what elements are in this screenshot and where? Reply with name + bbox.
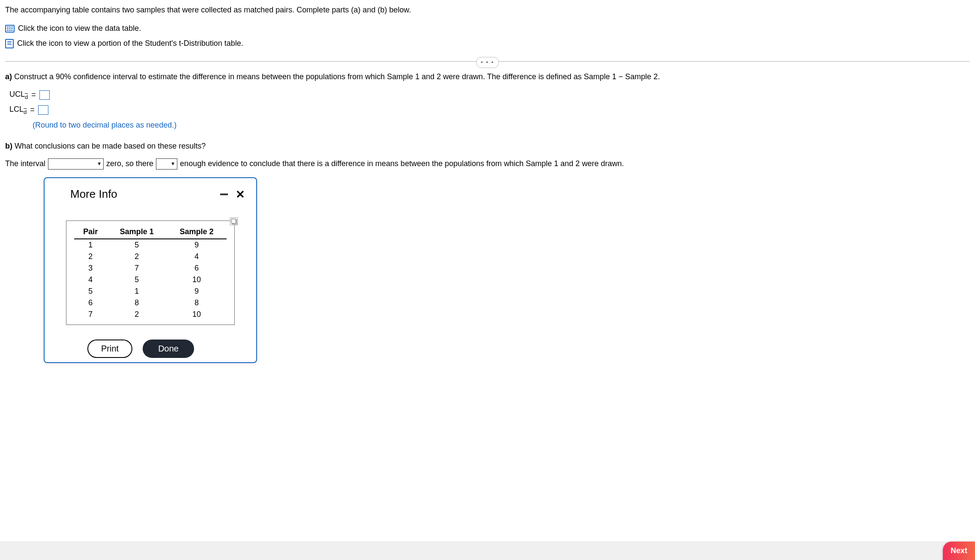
table-cell: 1	[74, 239, 107, 251]
tdist-link-text: Click the icon to view a portion of the …	[17, 38, 243, 49]
section-divider: • • •	[5, 61, 970, 62]
chevron-down-icon: ▼	[97, 160, 102, 167]
evidence-dropdown[interactable]: ▼	[156, 158, 177, 170]
done-button[interactable]: Done	[143, 340, 194, 358]
data-table-container: Pair Sample 1 Sample 2 15922437645105196…	[66, 220, 235, 325]
conclusion-pre: The interval	[5, 158, 45, 170]
table-row: 159	[74, 239, 227, 251]
equals-sign: =	[30, 104, 35, 116]
table-cell: 2	[107, 309, 167, 320]
part-a-label: a)	[5, 72, 12, 81]
modal-header: More Info ✕	[45, 178, 256, 205]
lcl-input[interactable]	[38, 105, 48, 115]
part-b-label: b)	[5, 142, 12, 150]
intro-text: The accompanying table contains two samp…	[5, 4, 970, 16]
table-cell: 6	[74, 297, 107, 309]
close-icon[interactable]: ✕	[236, 189, 245, 200]
table-cell: 5	[107, 239, 167, 251]
table-cell: 4	[74, 274, 107, 286]
table-cell: 4	[167, 251, 227, 262]
table-cell: 2	[74, 251, 107, 262]
document-icon	[5, 39, 14, 48]
table-header-row: Pair Sample 1 Sample 2	[74, 225, 227, 239]
part-b-text: What conclusions can be made based on th…	[12, 142, 206, 150]
table-cell: 7	[107, 262, 167, 274]
modal-title: More Info	[70, 186, 117, 203]
table-row: 224	[74, 251, 227, 262]
table-cell: 2	[107, 251, 167, 262]
table-cell: 3	[74, 262, 107, 274]
part-a-text: Construct a 90% confidence interval to e…	[12, 72, 660, 81]
minimize-icon[interactable]	[220, 194, 228, 195]
table-row: 376	[74, 262, 227, 274]
table-cell: 5	[107, 274, 167, 286]
table-cell: 9	[167, 286, 227, 297]
table-row: 688	[74, 297, 227, 309]
modal-body: Pair Sample 1 Sample 2 15922437645105196…	[45, 205, 256, 335]
lcl-row: LCLd =	[9, 104, 970, 116]
print-button[interactable]: Print	[87, 340, 132, 358]
table-row: 4510	[74, 274, 227, 286]
table-row: 519	[74, 286, 227, 297]
ucl-input[interactable]	[39, 90, 50, 100]
conclusion-mid: zero, so there	[106, 158, 153, 170]
table-cell: 7	[74, 309, 107, 320]
data-table: Pair Sample 1 Sample 2 15922437645105196…	[74, 225, 227, 320]
equals-sign: =	[31, 89, 36, 101]
data-table-link-row[interactable]: Click the icon to view the data table.	[5, 23, 970, 34]
rounding-hint: (Round to two decimal places as needed.)	[33, 119, 970, 131]
header-sample1: Sample 1	[107, 225, 167, 239]
interval-dropdown[interactable]: ▼	[48, 158, 104, 170]
copy-icon[interactable]	[230, 217, 238, 225]
table-cell: 10	[167, 274, 227, 286]
table-cell: 10	[167, 309, 227, 320]
more-info-modal: More Info ✕ Pair Sample 1 Sample 2 15922…	[44, 177, 257, 363]
conclusion-post: enough evidence to conclude that there i…	[180, 158, 624, 170]
header-sample2: Sample 2	[167, 225, 227, 239]
modal-controls: ✕	[220, 189, 245, 200]
part-a: a) Construct a 90% confidence interval t…	[5, 71, 970, 83]
table-cell: 8	[107, 297, 167, 309]
ucl-label: UCLd	[9, 89, 28, 101]
table-cell: 9	[167, 239, 227, 251]
table-cell: 5	[74, 286, 107, 297]
table-cell: 6	[167, 262, 227, 274]
conclusion-row: The interval ▼ zero, so there ▼ enough e…	[5, 158, 970, 170]
part-b: b) What conclusions can be made based on…	[5, 140, 970, 152]
table-cell: 8	[167, 297, 227, 309]
table-icon	[5, 25, 15, 33]
header-pair: Pair	[74, 225, 107, 239]
data-table-link-text: Click the icon to view the data table.	[18, 23, 141, 34]
table-row: 7210	[74, 309, 227, 320]
ucl-row: UCLd =	[9, 89, 970, 101]
expand-dots-button[interactable]: • • •	[476, 57, 499, 68]
tdist-link-row[interactable]: Click the icon to view a portion of the …	[5, 38, 970, 49]
table-cell: 1	[107, 286, 167, 297]
modal-footer: Print Done	[45, 335, 256, 362]
lcl-label: LCLd	[9, 104, 27, 116]
chevron-down-icon: ▼	[170, 160, 175, 167]
